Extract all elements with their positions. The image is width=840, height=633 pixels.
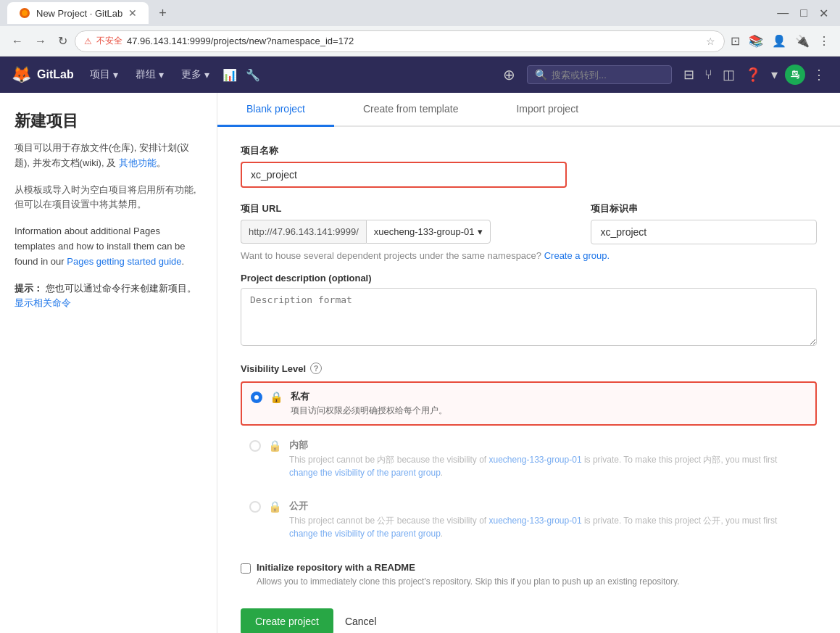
account-button[interactable]: 👤 (769, 31, 789, 51)
visibility-private-option[interactable]: 🔒 私有 项目访问权限必须明确授权给每个用户。 组内人员有权 (241, 381, 817, 426)
header-right-icons: ⊟ ⑂ ◫ ❓ ▾ 鸟 ⋮ (681, 64, 828, 86)
description-label: Project description (optional) (241, 273, 817, 284)
internal-lock-icon: 🔒 (268, 439, 282, 452)
internal-desc: This project cannot be 内部 because the vi… (289, 453, 808, 479)
nav-groups-arrow: ▾ (159, 69, 164, 80)
content-area: Blank project Create from template Impor… (217, 93, 840, 633)
tab-blank-project[interactable]: Blank project (217, 93, 334, 127)
favicon (19, 7, 30, 19)
back-button[interactable]: ← (7, 32, 28, 51)
search-input[interactable] (552, 70, 646, 80)
bookmark-button[interactable]: 📚 (746, 31, 766, 51)
sidebar-description: 项目可以用于存放文件(仓库), 安排计划(议题), 并发布文档(wiki), 及… (14, 141, 202, 171)
init-repo-section: Initialize repository with a README Allo… (241, 562, 817, 587)
public-group-link[interactable]: xuecheng-133-group-01 (488, 516, 581, 526)
close-window-button[interactable]: ✕ (815, 4, 833, 23)
lock-icon: ⚠ (84, 36, 92, 46)
settings-button[interactable]: ▾ (768, 64, 781, 86)
main-layout: 新建项目 项目可以用于存放文件(仓库), 安排计划(议题), 并发布文档(wik… (0, 93, 840, 633)
header-search[interactable]: 🔍 (527, 65, 672, 84)
tab-import-project[interactable]: Import project (487, 93, 607, 127)
description-input[interactable] (241, 288, 817, 346)
nav-more-arrow: ▾ (204, 69, 209, 80)
fork-button[interactable]: ⑂ (702, 65, 715, 86)
browser-actions: ⊡ 📚 👤 🔌 ⋮ (728, 31, 833, 51)
url-prefix-text: http://47.96.143.141:9999/ (249, 226, 359, 237)
nav-projects-arrow: ▾ (113, 69, 118, 80)
internal-content: 内部 This project cannot be 内部 because the… (289, 439, 808, 479)
browser-controls: ← → ↻ ⚠ 不安全 47.96.143.141:9999/projects/… (0, 26, 840, 57)
new-tab-button[interactable]: + (154, 4, 171, 22)
forward-button[interactable]: → (30, 32, 51, 51)
visibility-section: Visibility Level ? 🔒 私有 项目访问权限必须明确授权给每个用… (241, 363, 817, 547)
internal-group-link[interactable]: xuecheng-133-group-01 (488, 455, 581, 465)
public-desc: This project cannot be 公开 because the vi… (289, 514, 808, 540)
public-radio[interactable] (249, 501, 261, 513)
search-icon: 🔍 (535, 69, 547, 80)
internal-radio[interactable] (249, 440, 261, 452)
project-name-label: 项目名称 (241, 144, 817, 157)
gitlab-logo-text: GitLab (37, 68, 74, 81)
extensions-button[interactable]: 🔌 (792, 31, 812, 51)
internal-change-link[interactable]: change the visibility of the parent grou… (289, 468, 441, 478)
tab-create-template[interactable]: Create from template (334, 93, 488, 127)
sidebar-info: Information about additional Pages templ… (14, 224, 202, 269)
help-button[interactable]: ❓ (742, 64, 764, 86)
maximize-button[interactable]: □ (796, 4, 812, 23)
namespace-dropdown-icon: ▾ (478, 226, 483, 237)
cancel-button[interactable]: Cancel (345, 616, 377, 627)
private-radio[interactable] (251, 392, 262, 403)
nav-groups[interactable]: 群组 ▾ (128, 64, 171, 86)
project-slug-input[interactable] (591, 220, 817, 244)
form-actions: Create project Cancel (241, 601, 817, 633)
gitlab-fox-icon: 🦊 (12, 65, 31, 84)
private-desc: 项目访问权限必须明确授权给每个用户。 (291, 405, 807, 417)
new-item-button[interactable]: ⊕ (500, 63, 518, 86)
close-tab-icon[interactable]: ✕ (128, 7, 137, 19)
private-label: 私有 (291, 390, 807, 403)
sidebar-tip: 提示： 您也可以通过命令行来创建新项目。显示相关命令 (14, 281, 202, 312)
refresh-button[interactable]: ↻ (54, 31, 72, 51)
project-slug-label: 项目标识串 (591, 202, 817, 215)
nav-more-label: 更多 (181, 68, 201, 81)
user-menu-button[interactable]: ⋮ (810, 64, 828, 86)
wrench-button[interactable]: 🔧 (243, 65, 263, 85)
address-text: 47.96.143.141:9999/projects/new?namespac… (127, 36, 702, 46)
nav-more[interactable]: 更多 ▾ (174, 64, 217, 86)
visibility-public-option[interactable]: 🔒 公开 This project cannot be 公开 because t… (241, 492, 817, 547)
visibility-help-icon[interactable]: ? (310, 363, 322, 374)
tip-label: 提示： (14, 283, 43, 294)
url-hint-text: Want to house several dependent projects… (241, 250, 541, 261)
browser-tab[interactable]: New Project · GitLab ✕ (7, 2, 149, 24)
issues-button[interactable]: ◫ (720, 64, 738, 86)
private-content: 私有 项目访问权限必须明确授权给每个用户。 (291, 390, 807, 417)
menu-button[interactable]: ⋮ (815, 31, 833, 51)
init-repo-checkbox[interactable] (241, 563, 251, 574)
dock-button[interactable]: ⊟ (681, 64, 697, 86)
project-name-input[interactable] (241, 162, 567, 188)
visibility-internal-option[interactable]: 🔒 内部 This project cannot be 内部 because t… (241, 431, 817, 487)
other-features-link[interactable]: 其他功能 (119, 157, 157, 168)
star-icon[interactable]: ☆ (706, 36, 715, 47)
pages-guide-link[interactable]: Pages getting started guide (67, 256, 181, 267)
create-project-button[interactable]: Create project (241, 608, 333, 633)
gitlab-logo[interactable]: 🦊 GitLab (12, 65, 74, 84)
user-avatar[interactable]: 鸟 (785, 65, 805, 85)
namespace-text: xuecheng-133-group-01 (374, 226, 475, 237)
url-prefix: http://47.96.143.141:9999/ (241, 220, 366, 244)
address-bar[interactable]: ⚠ 不安全 47.96.143.141:9999/projects/new?na… (75, 30, 725, 52)
cast-button[interactable]: ⊡ (728, 31, 743, 51)
sidebar-note: 从模板或导入时为空白项目将启用所有功能, 但可以在项目设置中将其禁用。 (14, 183, 202, 213)
chart-button[interactable]: 📊 (220, 65, 240, 85)
nav-projects[interactable]: 项目 ▾ (83, 64, 125, 86)
public-lock-icon: 🔒 (268, 500, 282, 513)
internal-label: 内部 (289, 439, 808, 452)
public-change-link[interactable]: change the visibility of the parent grou… (289, 529, 441, 539)
namespace-select[interactable]: xuecheng-133-group-01 ▾ (366, 220, 491, 244)
minimize-button[interactable]: — (773, 4, 793, 23)
project-url-group: 项目 URL http://47.96.143.141:9999/ xueche… (241, 202, 579, 244)
gitlab-header: 🦊 GitLab 项目 ▾ 群组 ▾ 更多 ▾ 📊 🔧 ⊕ 🔍 ⊟ ⑂ ◫ ❓ … (0, 57, 840, 93)
create-group-link[interactable]: Create a group. (544, 250, 610, 261)
show-commands-link[interactable]: 显示相关命令 (14, 297, 71, 308)
project-url-label: 项目 URL (241, 202, 579, 215)
